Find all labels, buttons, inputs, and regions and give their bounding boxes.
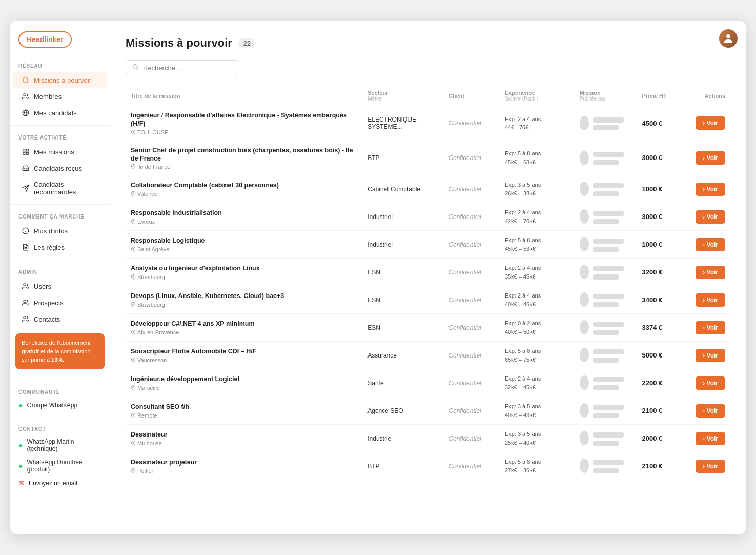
table-row: Senior Chef de projet construction bois … [126, 141, 730, 175]
cell-mission-0: Ingénieur / Responsable d'affaires Elect… [126, 106, 362, 141]
cell-exp-6: Exp: 2 à 4 ans40k€ – 45k€ [500, 286, 575, 314]
cell-mission-3: Responsable industrialisation Evreux [126, 203, 362, 231]
sidebar-item-whatsapp-martin[interactable]: ● WhatsApp Martin (technique) [10, 435, 110, 455]
sidebar-item-candidats-recommandes[interactable]: Candidats recommandés [13, 176, 107, 200]
cell-client-3: Confidentiel [443, 203, 499, 231]
email-label: Envoyez un email [29, 480, 77, 487]
sidebar: Headlinker RÉSEAU Missions à pourvoir Me… [10, 21, 110, 501]
sidebar-item-mes-missions[interactable]: Mes missions [13, 144, 107, 160]
cell-pubpar-6 [575, 286, 637, 314]
svg-point-0 [23, 77, 28, 82]
table-row: Dessinateur Mulhouse Industrie Confident… [126, 425, 730, 452]
cell-secteur-3: Industriel [362, 203, 443, 231]
svg-point-21 [133, 221, 134, 222]
sidebar-item-candidats-recus[interactable]: Candidats reçus [13, 160, 107, 176]
svg-point-25 [133, 331, 134, 333]
sidebar-item-plus-infos[interactable]: Plus d'infos [13, 223, 107, 239]
svg-point-14 [24, 284, 26, 286]
voir-button-11[interactable]: › Voir [696, 432, 725, 445]
search-icon [22, 76, 30, 84]
voir-button-10[interactable]: › Voir [696, 404, 725, 418]
count-badge: 22 [238, 38, 256, 48]
table-row: Ingénieur / Responsable d'affaires Elect… [126, 106, 730, 141]
cell-secteur-6: ESN [362, 286, 443, 314]
svg-point-29 [133, 442, 134, 444]
search-input[interactable] [143, 64, 232, 72]
svg-point-23 [133, 276, 134, 278]
svg-point-30 [133, 470, 134, 471]
table-row: Collaborateur Comptable (cabinet 30 pers… [126, 175, 730, 203]
whatsapp-dorothee-label: WhatsApp Dorothée (produit) [27, 459, 101, 473]
cell-exp-8: Exp: 5 à 8 ans65k€ – 75k€ [500, 342, 575, 369]
voir-button-8[interactable]: › Voir [696, 349, 725, 362]
sidebar-item-contacts[interactable]: Contacts [13, 311, 107, 327]
svg-rect-4 [26, 149, 28, 151]
sidebar-item-missions-label: Missions à pourvoir [34, 76, 91, 84]
cell-exp-3: Exp: 2 à 4 ans42k€ – 70k€ [500, 203, 575, 231]
cell-mission-9: Ingénieur.e développement Logiciel Marse… [126, 369, 362, 397]
voir-button-7[interactable]: › Voir [696, 321, 725, 334]
sidebar-item-les-regles[interactable]: Les règles [13, 239, 107, 255]
cell-prime-2: 1000 € [637, 175, 680, 203]
voir-button-4[interactable]: › Voir [696, 238, 725, 251]
promo-box: Bénéficiez de l'abonnement gratuit et de… [15, 333, 105, 369]
cell-client-8: Confidentiel [443, 342, 499, 369]
table-row: Dessinateur projeteur Poitier BTP Confid… [126, 452, 730, 480]
voir-button-0[interactable]: › Voir [696, 116, 725, 130]
cell-mission-5: Analyste ou Ingénieur d'exploitation Lin… [126, 259, 362, 286]
sidebar-item-candidats-recommandes-label: Candidats recommandés [34, 181, 98, 196]
whatsapp-community-icon: ● [18, 401, 23, 409]
cell-actions-2: › Voir [681, 175, 730, 203]
sidebar-item-candidats[interactable]: Mes candidats [13, 105, 107, 121]
divider-1 [10, 125, 110, 126]
sidebar-item-whatsapp-group[interactable]: ● Groupe WhatsApp [10, 398, 110, 412]
svg-point-18 [133, 131, 134, 132]
file-icon [22, 243, 30, 251]
page-header: Missions à pourvoir 22 [126, 36, 730, 50]
svg-point-16 [24, 316, 26, 319]
svg-rect-5 [26, 152, 28, 154]
voir-button-2[interactable]: › Voir [696, 183, 725, 196]
cell-prime-6: 3400 € [637, 286, 680, 314]
avatar[interactable] [719, 29, 738, 48]
section-activite-label: VOTRE ACTIVITÉ [10, 130, 110, 144]
cell-secteur-11: Industrie [362, 425, 443, 452]
voir-button-5[interactable]: › Voir [696, 266, 725, 279]
voir-button-9[interactable]: › Voir [696, 376, 725, 390]
sidebar-item-prospects[interactable]: Prospects [13, 294, 107, 311]
users-admin-icon [22, 282, 30, 290]
cell-prime-4: 1000 € [637, 231, 680, 259]
cell-mission-2: Collaborateur Comptable (cabinet 30 pers… [126, 175, 362, 203]
logo[interactable]: Headlinker [18, 31, 72, 48]
search-bar[interactable] [126, 60, 238, 75]
sidebar-item-whatsapp-dorothee[interactable]: ● WhatsApp Dorothée (produit) [10, 455, 110, 476]
sidebar-item-membres[interactable]: Membres [13, 88, 107, 105]
voir-button-12[interactable]: › Voir [696, 460, 725, 473]
cell-secteur-8: Assurance [362, 342, 443, 369]
cell-client-12: Confidentiel [443, 452, 499, 480]
voir-button-3[interactable]: › Voir [696, 210, 725, 224]
cell-prime-5: 3200 € [637, 259, 680, 286]
voir-button-6[interactable]: › Voir [696, 293, 725, 307]
cell-prime-12: 2100 € [637, 452, 680, 480]
table-row: Souscripteur Flotte Automobile CDI – H/F… [126, 342, 730, 369]
cell-exp-0: Exp: 2 à 4 ans44€ - 70€ [500, 106, 575, 141]
sidebar-item-users[interactable]: Users [13, 278, 107, 294]
table-row: Consultant SEO f/h Remote Agence SEO Con… [126, 397, 730, 425]
cell-exp-4: Exp: 5 à 8 ans45k€ – 53k€ [500, 231, 575, 259]
svg-rect-6 [23, 152, 25, 154]
cell-actions-1: › Voir [681, 141, 730, 175]
logo-container: Headlinker [10, 31, 110, 58]
sidebar-item-email[interactable]: ✉ Envoyez un email [10, 476, 110, 490]
cell-pubpar-0 [575, 106, 637, 141]
sidebar-item-missions[interactable]: Missions à pourvoir [13, 72, 107, 88]
cell-prime-11: 2000 € [637, 425, 680, 452]
table-row: Responsable industrialisation Evreux Ind… [126, 203, 730, 231]
table-header-row: Titre de la mission Secteur Métier Clien… [126, 86, 730, 106]
cell-client-10: Confidentiel [443, 397, 499, 425]
voir-button-1[interactable]: › Voir [696, 151, 725, 165]
divider-4 [10, 380, 110, 380]
cell-client-2: Confidentiel [443, 175, 499, 203]
cell-actions-9: › Voir [681, 369, 730, 397]
cell-actions-6: › Voir [681, 286, 730, 314]
